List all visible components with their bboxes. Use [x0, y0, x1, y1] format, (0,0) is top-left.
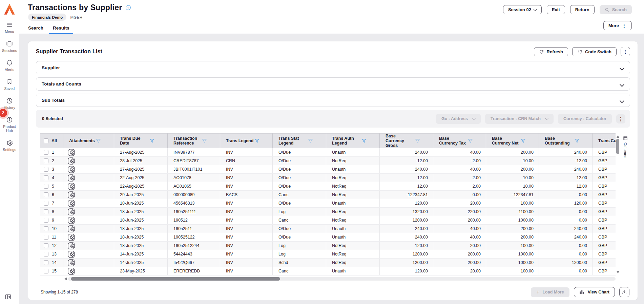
sidebar-item-settings[interactable]: Settings — [0, 139, 19, 152]
expand-panel-icon[interactable] — [4, 293, 12, 301]
cell-due: 18-Jun-2025 — [114, 242, 168, 250]
exit-button[interactable]: Exit — [547, 5, 565, 14]
column-header-legend[interactable]: Trans Legend — [220, 134, 273, 148]
attachment-icon[interactable] — [68, 191, 75, 198]
filter-icon[interactable] — [468, 138, 473, 143]
attachment-icon[interactable] — [68, 174, 75, 182]
filter-icon[interactable] — [415, 138, 420, 143]
sidebar-item-product-hub[interactable]: Product Hub — [0, 116, 19, 133]
row-checkbox[interactable] — [44, 192, 48, 197]
column-header-stat[interactable]: Trans Stat Legend — [273, 134, 326, 148]
filter-icon[interactable] — [254, 138, 259, 143]
scroll-up-arrow[interactable] — [617, 135, 619, 138]
cell-out: 240.00 — [539, 225, 593, 233]
select-all-checkbox[interactable] — [44, 138, 48, 143]
load-more-button[interactable]: + Load More — [531, 287, 569, 297]
more-button[interactable]: More⋮ — [603, 21, 632, 30]
sidebar-item-sessions[interactable]: Sessions — [0, 40, 19, 53]
attachment-icon[interactable] — [68, 225, 75, 232]
tab-results[interactable]: Results — [48, 23, 74, 34]
attachment-icon[interactable] — [68, 268, 75, 275]
filter-icon[interactable] — [202, 138, 207, 143]
column-header-auth[interactable]: Trans Auth Legend — [326, 134, 380, 148]
section-sub-totals[interactable]: Sub Totals — [36, 94, 630, 107]
sidebar-item-alerts[interactable]: Alerts — [0, 59, 19, 72]
cell-cur: GBP — [593, 267, 616, 276]
attachment-icon[interactable] — [68, 234, 75, 241]
column-header-sel[interactable]: All — [40, 134, 63, 148]
scroll-down-arrow[interactable] — [617, 271, 619, 273]
horizontal-scroll-track[interactable] — [68, 277, 616, 281]
row-checkbox[interactable] — [44, 243, 48, 248]
column-label: Attachments — [69, 138, 95, 143]
attachment-icon[interactable] — [68, 251, 75, 258]
cell-attachments — [63, 225, 114, 233]
tab-search[interactable]: Search — [23, 23, 48, 34]
attachment-icon[interactable] — [68, 200, 75, 207]
code-switch-button[interactable]: Code Switch — [572, 47, 617, 56]
row-checkbox[interactable] — [44, 150, 48, 155]
column-header-out[interactable]: Base Outstanding — [539, 134, 593, 148]
selection-kebab-button[interactable]: ⋮ — [616, 114, 625, 124]
download-button[interactable] — [619, 287, 629, 297]
section-supplier[interactable]: Supplier — [36, 61, 630, 74]
row-checkbox[interactable] — [44, 235, 48, 240]
card-kebab-button[interactable]: ⋮ — [621, 47, 630, 56]
filter-icon[interactable] — [96, 138, 101, 143]
attachment-icon[interactable] — [68, 183, 75, 190]
cell-tax: 20.00 — [433, 267, 486, 276]
row-checkbox[interactable] — [44, 218, 48, 223]
column-header-att[interactable]: Attachments — [63, 134, 114, 148]
transaction-crn-match-dropdown[interactable]: Transaction : CRN Match — [485, 114, 554, 124]
session-dropdown[interactable]: Session 02 — [503, 5, 542, 14]
row-checkbox[interactable] — [44, 167, 48, 172]
sidebar-item-saved[interactable]: Saved — [0, 78, 19, 91]
help-icon[interactable]: ? — [125, 5, 131, 11]
column-header-gross[interactable]: Base Currency Gross — [380, 134, 433, 148]
filter-icon[interactable] — [361, 138, 367, 143]
row-checkbox[interactable] — [44, 260, 48, 265]
filter-icon[interactable] — [521, 138, 526, 143]
row-checkbox[interactable] — [44, 252, 48, 256]
row-checkbox[interactable] — [44, 269, 48, 273]
column-header-tax[interactable]: Base Currency Tax — [433, 134, 486, 148]
go-address-dropdown[interactable]: Go : Address — [436, 114, 481, 124]
search-button[interactable]: Search — [600, 5, 632, 14]
attachment-icon[interactable] — [68, 157, 75, 165]
filter-icon[interactable] — [308, 138, 313, 143]
cell-due: 27-Aug-2025 — [114, 148, 168, 157]
column-header-ref[interactable]: Transaction Reference — [168, 134, 220, 148]
row-checkbox[interactable] — [44, 184, 48, 189]
horizontal-scroll-thumb[interactable] — [71, 277, 280, 281]
row-checkbox[interactable] — [44, 209, 48, 214]
cell-tax: -2.00 — [433, 157, 486, 165]
columns-side-tab[interactable]: Columns — [620, 133, 630, 282]
attachment-icon[interactable] — [68, 217, 75, 224]
filter-icon[interactable] — [574, 138, 579, 143]
cell-tax: 20.00 — [433, 199, 486, 208]
filter-icon[interactable] — [149, 138, 154, 143]
column-label: Trans Cu — [598, 138, 616, 143]
row-checkbox[interactable] — [44, 158, 48, 163]
return-button[interactable]: Return — [570, 5, 595, 14]
section-totals-and-counts[interactable]: Totals and Counts — [36, 77, 630, 91]
row-checkbox[interactable] — [44, 175, 48, 180]
attachment-icon[interactable] — [68, 166, 75, 173]
column-header-due[interactable]: Trans Due Date — [114, 134, 168, 148]
row-checkbox[interactable] — [44, 226, 48, 231]
column-header-net[interactable]: Base Currency Net — [486, 134, 539, 148]
vertical-scroll-thumb[interactable] — [616, 139, 619, 154]
view-chart-button[interactable]: View Chart — [574, 287, 615, 297]
attachment-icon[interactable] — [68, 208, 75, 215]
cell-ref: CREDIT8787 — [168, 157, 220, 165]
refresh-button[interactable]: Refresh — [534, 47, 568, 56]
column-header-cur[interactable]: Trans Cu — [593, 134, 616, 148]
attachment-icon[interactable] — [68, 149, 75, 156]
sidebar-item-history[interactable]: History — [0, 97, 19, 110]
attachment-icon[interactable] — [68, 259, 75, 266]
attachment-icon[interactable] — [68, 242, 75, 249]
sidebar-item-menu[interactable]: Menu — [0, 21, 19, 34]
currency-calculator-dropdown[interactable]: Currency : Calculator — [558, 114, 612, 124]
row-checkbox[interactable] — [44, 201, 48, 206]
scroll-left-arrow[interactable] — [64, 278, 67, 280]
